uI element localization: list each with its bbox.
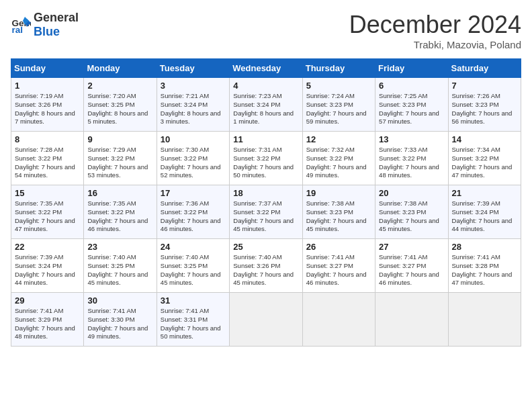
day-number: 29 xyxy=(15,295,80,306)
calendar-cell: 25Sunrise: 7:40 AMSunset: 3:26 PMDayligh… xyxy=(230,239,302,293)
day-info: Sunrise: 7:32 AMSunset: 3:22 PMDaylight:… xyxy=(306,146,371,180)
logo-blue-text: Blue xyxy=(34,25,60,38)
title-area: December 2024 Trabki, Mazovia, Poland xyxy=(349,11,521,50)
calendar-cell: 21Sunrise: 7:39 AMSunset: 3:24 PMDayligh… xyxy=(448,185,521,239)
day-info: Sunrise: 7:40 AMSunset: 3:25 PMDaylight:… xyxy=(161,253,226,287)
day-info: Sunrise: 7:39 AMSunset: 3:24 PMDaylight:… xyxy=(15,253,80,287)
calendar-cell: 3Sunrise: 7:21 AMSunset: 3:24 PMDaylight… xyxy=(157,78,229,132)
day-info: Sunrise: 7:39 AMSunset: 3:24 PMDaylight:… xyxy=(452,199,517,234)
day-number: 28 xyxy=(452,242,517,252)
calendar-cell: 29Sunrise: 7:41 AMSunset: 3:29 PMDayligh… xyxy=(11,293,84,347)
calendar-cell: 16Sunrise: 7:35 AMSunset: 3:22 PMDayligh… xyxy=(84,185,157,239)
day-info: Sunrise: 7:37 AMSunset: 3:22 PMDaylight:… xyxy=(233,199,298,234)
day-info: Sunrise: 7:35 AMSunset: 3:22 PMDaylight:… xyxy=(87,199,152,234)
day-info: Sunrise: 7:30 AMSunset: 3:22 PMDaylight:… xyxy=(161,146,226,180)
day-info: Sunrise: 7:40 AMSunset: 3:25 PMDaylight:… xyxy=(87,253,152,287)
col-header-saturday: Saturday xyxy=(448,59,521,78)
day-number: 7 xyxy=(452,81,517,91)
day-number: 24 xyxy=(161,242,226,252)
logo-icon: Gene ral xyxy=(11,15,31,35)
calendar-cell: 1Sunrise: 7:19 AMSunset: 3:26 PMDaylight… xyxy=(11,78,84,132)
day-number: 16 xyxy=(87,188,152,198)
day-number: 2 xyxy=(87,81,152,91)
col-header-sunday: Sunday xyxy=(11,59,84,78)
logo-text: Gene xyxy=(34,11,64,24)
calendar-cell: 2Sunrise: 7:20 AMSunset: 3:25 PMDaylight… xyxy=(84,78,157,132)
day-info: Sunrise: 7:29 AMSunset: 3:22 PMDaylight:… xyxy=(87,146,152,180)
calendar-cell: 10Sunrise: 7:30 AMSunset: 3:22 PMDayligh… xyxy=(157,132,229,185)
col-header-wednesday: Wednesday xyxy=(230,59,302,78)
svg-text:ral: ral xyxy=(12,25,24,35)
day-info: Sunrise: 7:41 AMSunset: 3:30 PMDaylight:… xyxy=(87,307,152,341)
calendar-week-row: 1Sunrise: 7:19 AMSunset: 3:26 PMDaylight… xyxy=(11,78,521,132)
day-number: 15 xyxy=(15,188,80,198)
calendar-cell: 6Sunrise: 7:25 AMSunset: 3:23 PMDaylight… xyxy=(375,78,448,132)
day-number: 17 xyxy=(161,188,226,198)
calendar-cell xyxy=(375,293,448,347)
calendar-cell: 27Sunrise: 7:41 AMSunset: 3:27 PMDayligh… xyxy=(375,239,448,293)
calendar-cell xyxy=(448,293,521,347)
day-number: 25 xyxy=(233,242,298,252)
day-number: 14 xyxy=(452,134,517,144)
day-info: Sunrise: 7:41 AMSunset: 3:27 PMDaylight:… xyxy=(379,253,444,287)
day-info: Sunrise: 7:41 AMSunset: 3:29 PMDaylight:… xyxy=(15,307,80,341)
day-number: 26 xyxy=(306,242,371,252)
calendar-table: SundayMondayTuesdayWednesdayThursdayFrid… xyxy=(11,58,521,347)
day-number: 9 xyxy=(87,134,152,144)
calendar-cell: 30Sunrise: 7:41 AMSunset: 3:30 PMDayligh… xyxy=(84,293,157,347)
day-info: Sunrise: 7:34 AMSunset: 3:22 PMDaylight:… xyxy=(452,146,517,180)
day-info: Sunrise: 7:26 AMSunset: 3:23 PMDaylight:… xyxy=(452,92,517,126)
calendar-cell: 20Sunrise: 7:38 AMSunset: 3:23 PMDayligh… xyxy=(375,185,448,239)
day-number: 23 xyxy=(87,242,152,252)
col-header-monday: Monday xyxy=(84,59,157,78)
location-title: Trabki, Mazovia, Poland xyxy=(349,39,521,50)
month-title: December 2024 xyxy=(349,11,521,39)
day-number: 8 xyxy=(15,134,80,144)
day-number: 22 xyxy=(15,242,80,252)
calendar-header-row: SundayMondayTuesdayWednesdayThursdayFrid… xyxy=(11,59,521,78)
day-number: 11 xyxy=(233,134,298,144)
day-number: 3 xyxy=(161,81,226,91)
calendar-cell: 7Sunrise: 7:26 AMSunset: 3:23 PMDaylight… xyxy=(448,78,521,132)
calendar-cell: 22Sunrise: 7:39 AMSunset: 3:24 PMDayligh… xyxy=(11,239,84,293)
day-number: 13 xyxy=(379,134,444,144)
calendar-cell: 8Sunrise: 7:28 AMSunset: 3:22 PMDaylight… xyxy=(11,132,84,185)
day-number: 18 xyxy=(233,188,298,198)
calendar-cell: 31Sunrise: 7:41 AMSunset: 3:31 PMDayligh… xyxy=(157,293,229,347)
calendar-cell: 15Sunrise: 7:35 AMSunset: 3:22 PMDayligh… xyxy=(11,185,84,239)
day-number: 10 xyxy=(161,134,226,144)
col-header-tuesday: Tuesday xyxy=(157,59,229,78)
day-number: 27 xyxy=(379,242,444,252)
day-info: Sunrise: 7:41 AMSunset: 3:31 PMDaylight:… xyxy=(161,307,226,341)
calendar-cell: 17Sunrise: 7:36 AMSunset: 3:22 PMDayligh… xyxy=(157,185,229,239)
calendar-cell: 9Sunrise: 7:29 AMSunset: 3:22 PMDaylight… xyxy=(84,132,157,185)
day-number: 31 xyxy=(161,295,226,306)
calendar-cell: 5Sunrise: 7:24 AMSunset: 3:23 PMDaylight… xyxy=(302,78,375,132)
day-number: 19 xyxy=(306,188,371,198)
day-number: 4 xyxy=(233,81,298,91)
day-info: Sunrise: 7:21 AMSunset: 3:24 PMDaylight:… xyxy=(161,92,226,126)
day-info: Sunrise: 7:38 AMSunset: 3:23 PMDaylight:… xyxy=(306,199,371,234)
day-info: Sunrise: 7:20 AMSunset: 3:25 PMDaylight:… xyxy=(87,92,152,126)
calendar-cell: 24Sunrise: 7:40 AMSunset: 3:25 PMDayligh… xyxy=(157,239,229,293)
col-header-thursday: Thursday xyxy=(302,59,375,78)
calendar-cell: 13Sunrise: 7:33 AMSunset: 3:22 PMDayligh… xyxy=(375,132,448,185)
calendar-week-row: 22Sunrise: 7:39 AMSunset: 3:24 PMDayligh… xyxy=(11,239,521,293)
calendar-week-row: 15Sunrise: 7:35 AMSunset: 3:22 PMDayligh… xyxy=(11,185,521,239)
calendar-cell: 11Sunrise: 7:31 AMSunset: 3:22 PMDayligh… xyxy=(230,132,302,185)
logo: Gene ral General Blue xyxy=(11,11,79,39)
col-header-friday: Friday xyxy=(375,59,448,78)
calendar-cell xyxy=(302,293,375,347)
day-number: 21 xyxy=(452,188,517,198)
day-info: Sunrise: 7:31 AMSunset: 3:22 PMDaylight:… xyxy=(233,146,298,180)
calendar-cell: 18Sunrise: 7:37 AMSunset: 3:22 PMDayligh… xyxy=(230,185,302,239)
calendar-cell: 19Sunrise: 7:38 AMSunset: 3:23 PMDayligh… xyxy=(302,185,375,239)
day-number: 20 xyxy=(379,188,444,198)
calendar-cell: 14Sunrise: 7:34 AMSunset: 3:22 PMDayligh… xyxy=(448,132,521,185)
day-number: 5 xyxy=(306,81,371,91)
day-info: Sunrise: 7:36 AMSunset: 3:22 PMDaylight:… xyxy=(161,199,226,234)
day-info: Sunrise: 7:28 AMSunset: 3:22 PMDaylight:… xyxy=(15,146,80,180)
day-info: Sunrise: 7:23 AMSunset: 3:24 PMDaylight:… xyxy=(233,92,298,126)
day-number: 12 xyxy=(306,134,371,144)
day-number: 1 xyxy=(15,81,80,91)
